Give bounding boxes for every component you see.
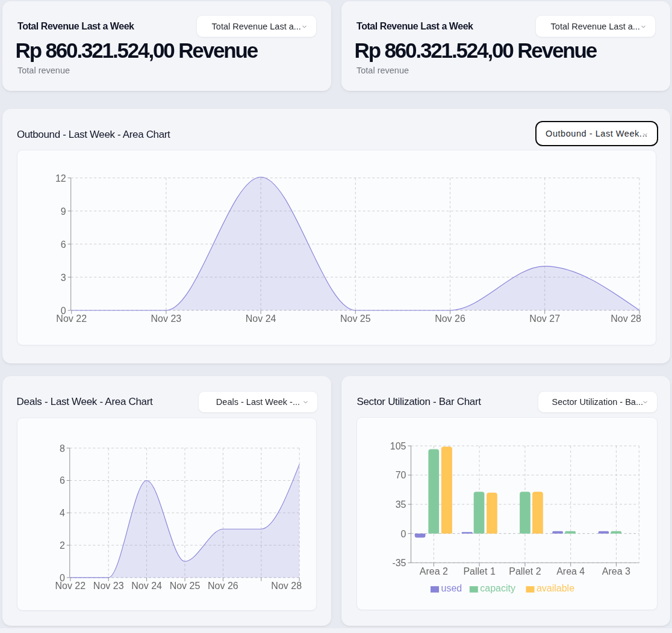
svg-text:Nov 24: Nov 24 (246, 313, 276, 324)
svg-text:Area 3: Area 3 (602, 566, 630, 576)
svg-text:Nov 26: Nov 26 (435, 313, 465, 324)
svg-text:Nov 27: Nov 27 (529, 313, 560, 324)
svg-text:Nov 25: Nov 25 (169, 580, 200, 590)
svg-text:Nov 28: Nov 28 (611, 313, 641, 324)
svg-text:capacity: capacity (481, 583, 516, 593)
svg-text:105: 105 (390, 441, 406, 451)
svg-text:Nov 22: Nov 22 (55, 580, 86, 590)
svg-text:8: 8 (59, 443, 64, 453)
svg-text:70: 70 (396, 470, 406, 480)
svg-text:Nov 22: Nov 22 (56, 313, 87, 324)
svg-text:used: used (441, 583, 462, 593)
svg-text:Nov 23: Nov 23 (151, 313, 181, 324)
svg-text:12: 12 (55, 173, 66, 184)
svg-text:Area 2: Area 2 (420, 566, 448, 576)
svg-text:6: 6 (61, 239, 66, 250)
svg-text:available: available (537, 583, 574, 593)
svg-text:0: 0 (401, 529, 406, 539)
svg-text:Nov 24: Nov 24 (131, 580, 162, 590)
svg-text:Nov 23: Nov 23 (93, 580, 123, 590)
svg-text:4: 4 (59, 508, 64, 518)
svg-text:Nov 25: Nov 25 (340, 313, 371, 324)
svg-text:3: 3 (61, 273, 66, 283)
svg-text:9: 9 (61, 206, 66, 217)
svg-text:Pallet 1: Pallet 1 (464, 566, 496, 576)
svg-text:Area 4: Area 4 (557, 566, 585, 576)
svg-text:6: 6 (59, 475, 64, 486)
svg-text:-35: -35 (393, 558, 406, 568)
svg-text:Nov 26: Nov 26 (208, 580, 238, 590)
svg-text:Nov 28: Nov 28 (271, 580, 302, 590)
svg-text:2: 2 (59, 540, 64, 551)
svg-text:35: 35 (396, 499, 406, 510)
svg-text:Pallet 2: Pallet 2 (509, 566, 541, 576)
